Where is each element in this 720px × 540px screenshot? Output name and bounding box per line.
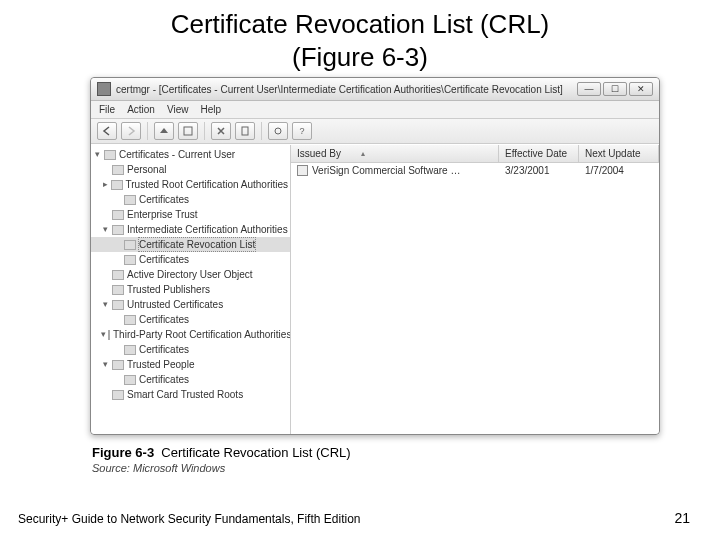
- folder-icon: [112, 300, 124, 310]
- folder-icon: [112, 225, 124, 235]
- folder-icon: [108, 330, 110, 340]
- tree-item[interactable]: Enterprise Trust: [91, 207, 290, 222]
- slide-title: Certificate Revocation List (CRL) (Figur…: [0, 8, 720, 73]
- menubar: File Action View Help: [91, 101, 659, 119]
- cell-next-update: 1/7/2004: [579, 165, 659, 176]
- tree-item-label: Certificates: [139, 313, 189, 326]
- tree-item[interactable]: ▸Trusted Root Certification Authorities: [91, 177, 290, 192]
- folder-icon: [112, 360, 124, 370]
- svg-rect-1: [242, 127, 248, 135]
- footer-text: Security+ Guide to Network Security Fund…: [18, 512, 361, 526]
- column-effective-date[interactable]: Effective Date: [499, 145, 579, 162]
- folder-icon: [124, 255, 136, 265]
- tree-item[interactable]: ▾Intermediate Certification Authorities: [91, 222, 290, 237]
- tree-item-label: Certificates: [139, 193, 189, 206]
- tree-item-label: Trusted Publishers: [127, 283, 210, 296]
- column-next-update[interactable]: Next Update: [579, 145, 659, 162]
- menu-view[interactable]: View: [167, 104, 189, 115]
- tree-item-label: Certificate Revocation List: [139, 238, 255, 251]
- figure-source: Source: Microsoft Windows: [92, 462, 720, 474]
- page-number: 21: [674, 510, 690, 526]
- menu-file[interactable]: File: [99, 104, 115, 115]
- folder-icon: [112, 390, 124, 400]
- folder-icon: [124, 375, 136, 385]
- cell-effective-date: 3/23/2001: [499, 165, 579, 176]
- menu-action[interactable]: Action: [127, 104, 155, 115]
- tree-item[interactable]: ▾Certificates - Current User: [91, 147, 290, 162]
- tree-item-label: Untrusted Certificates: [127, 298, 223, 311]
- list-rows: VeriSign Commercial Software …3/23/20011…: [291, 163, 659, 434]
- expand-icon[interactable]: ▾: [101, 358, 110, 371]
- sort-indicator-icon: ▴: [361, 149, 365, 158]
- tree-item-label: Active Directory User Object: [127, 268, 253, 281]
- tree-item[interactable]: ▾Untrusted Certificates: [91, 297, 290, 312]
- tree-item[interactable]: Smart Card Trusted Roots: [91, 387, 290, 402]
- tree-item-label: Smart Card Trusted Roots: [127, 388, 243, 401]
- list-pane: Issued By▴ Effective Date Next Update Ve…: [291, 145, 659, 434]
- tree-item-label: Certificates - Current User: [119, 148, 235, 161]
- folder-icon: [112, 165, 124, 175]
- svg-point-2: [275, 128, 281, 134]
- folder-icon: [104, 150, 116, 160]
- tree-item-label: Certificates: [139, 343, 189, 356]
- tree-item[interactable]: Active Directory User Object: [91, 267, 290, 282]
- tree-item-label: Trusted People: [127, 358, 194, 371]
- figure-text: Certificate Revocation List (CRL): [161, 445, 350, 460]
- forward-button[interactable]: [121, 122, 141, 140]
- certmgr-window: certmgr - [Certificates - Current User\I…: [90, 77, 660, 435]
- figure-number: Figure 6-3: [92, 445, 154, 460]
- column-headers: Issued By▴ Effective Date Next Update: [291, 145, 659, 163]
- folder-icon: [124, 315, 136, 325]
- folder-icon: [124, 345, 136, 355]
- titlebar[interactable]: certmgr - [Certificates - Current User\I…: [91, 78, 659, 101]
- toolbar: ?: [91, 119, 659, 144]
- tree-item[interactable]: Certificate Revocation List: [91, 237, 290, 252]
- options-button[interactable]: [178, 122, 198, 140]
- slide-title-line2: (Figure 6-3): [292, 42, 428, 72]
- tree-item-label: Personal: [127, 163, 166, 176]
- tree-item[interactable]: Trusted Publishers: [91, 282, 290, 297]
- folder-icon: [112, 285, 124, 295]
- tree-item[interactable]: ▾Third-Party Root Certification Authorit…: [91, 327, 290, 342]
- expand-icon[interactable]: ▾: [101, 298, 110, 311]
- tree-item[interactable]: Certificates: [91, 312, 290, 327]
- tree-item-label: Intermediate Certification Authorities: [127, 223, 288, 236]
- expand-icon[interactable]: ▾: [101, 223, 110, 236]
- tree-item[interactable]: Certificates: [91, 372, 290, 387]
- certificate-icon: [297, 165, 308, 176]
- figure-caption: Figure 6-3 Certificate Revocation List (…: [92, 445, 720, 460]
- close-button[interactable]: ✕: [629, 82, 653, 96]
- delete-button[interactable]: [211, 122, 231, 140]
- expand-icon[interactable]: ▾: [93, 148, 102, 161]
- expand-icon[interactable]: ▸: [101, 178, 109, 191]
- tree-item[interactable]: ▾Trusted People: [91, 357, 290, 372]
- up-button[interactable]: [154, 122, 174, 140]
- tree-item-label: Third-Party Root Certification Authoriti…: [113, 328, 291, 341]
- tree-item[interactable]: Certificates: [91, 342, 290, 357]
- maximize-button[interactable]: ☐: [603, 82, 627, 96]
- window-title: certmgr - [Certificates - Current User\I…: [116, 84, 577, 95]
- tree-item[interactable]: Certificates: [91, 192, 290, 207]
- slide-title-line1: Certificate Revocation List (CRL): [171, 9, 550, 39]
- app-icon: [97, 82, 111, 96]
- minimize-button[interactable]: —: [577, 82, 601, 96]
- help-button[interactable]: ?: [292, 122, 312, 140]
- folder-icon: [111, 180, 122, 190]
- back-button[interactable]: [97, 122, 117, 140]
- folder-icon: [112, 210, 124, 220]
- refresh-button[interactable]: [268, 122, 288, 140]
- properties-button[interactable]: [235, 122, 255, 140]
- folder-icon: [112, 270, 124, 280]
- menu-help[interactable]: Help: [200, 104, 221, 115]
- svg-rect-0: [184, 127, 192, 135]
- folder-icon: [124, 240, 136, 250]
- tree-item-label: Certificates: [139, 253, 189, 266]
- expand-icon[interactable]: ▾: [101, 328, 106, 341]
- tree-item-label: Trusted Root Certification Authorities: [126, 178, 288, 191]
- tree-item[interactable]: Personal: [91, 162, 290, 177]
- tree-item-label: Enterprise Trust: [127, 208, 198, 221]
- tree-item[interactable]: Certificates: [91, 252, 290, 267]
- column-issued-by[interactable]: Issued By▴: [291, 145, 499, 162]
- tree-pane[interactable]: ▾Certificates - Current UserPersonal▸Tru…: [91, 145, 291, 434]
- table-row[interactable]: VeriSign Commercial Software …3/23/20011…: [291, 163, 659, 178]
